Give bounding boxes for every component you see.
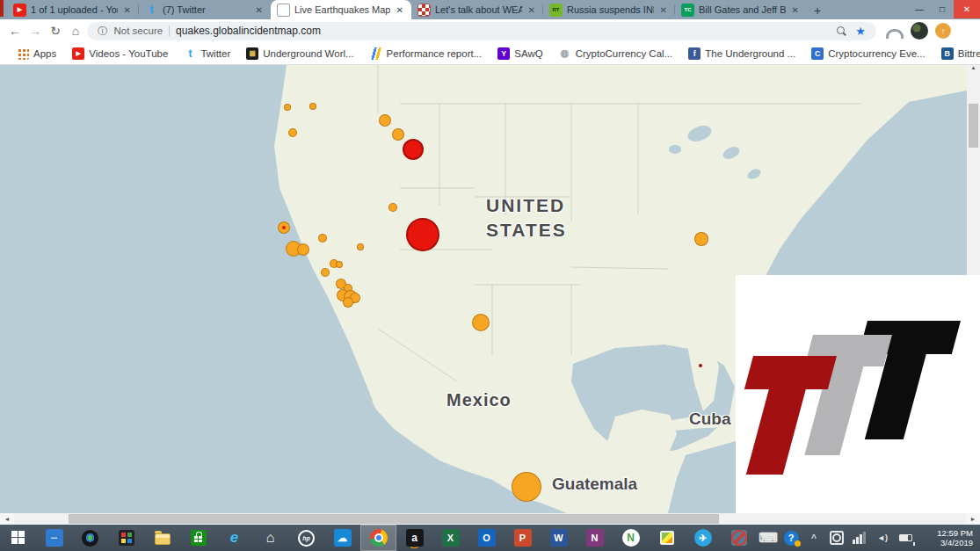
- earthquake-marker-orange[interactable]: [318, 234, 327, 243]
- tab-live-earthquakes-map[interactable]: Live Earthquakes Map✕: [271, 0, 411, 19]
- earthquake-marker-red[interactable]: [403, 139, 424, 160]
- taskbar-camera-app-icon[interactable]: [72, 525, 108, 551]
- tab-close-icon[interactable]: ✕: [658, 5, 669, 15]
- home-icon[interactable]: ⌂: [67, 22, 84, 40]
- earthquake-marker-orange[interactable]: [284, 104, 291, 111]
- taskbar-clock[interactable]: 12:59 PM 3/4/2019: [917, 528, 980, 547]
- earthquake-marker-orange[interactable]: [343, 297, 353, 308]
- tray-network-icon[interactable]: [848, 525, 871, 551]
- taskbar-onenote-icon[interactable]: N: [577, 525, 613, 551]
- tab-close-icon[interactable]: ✕: [526, 5, 537, 15]
- forward-icon[interactable]: →: [26, 22, 44, 40]
- bookmark-star-icon[interactable]: ★: [855, 25, 866, 38]
- taskbar-n-app-icon[interactable]: N: [613, 525, 649, 551]
- url-text[interactable]: quakes.globalincidentmap.com: [176, 25, 321, 37]
- earthquake-marker-orange[interactable]: [388, 203, 397, 212]
- bookmark-the-underground[interactable]: fThe Underground ...: [680, 47, 803, 60]
- tab-twitter[interactable]: t(7) Twitter✕: [139, 0, 271, 19]
- internet-explorer-glyph: e: [226, 529, 243, 547]
- tray-touch-keyboard-icon[interactable]: ⌨: [757, 525, 780, 551]
- scroll-left-icon[interactable]: ◄: [0, 513, 14, 525]
- earthquake-marker-orange[interactable]: [392, 128, 404, 141]
- bookmark-sawq[interactable]: YSAwQ: [490, 47, 550, 60]
- taskbar-blue-dots-app-icon[interactable]: ••••: [36, 525, 72, 551]
- taskbar-telegram-icon[interactable]: ✈: [685, 525, 721, 551]
- earthquake-marker-orange[interactable]: [288, 128, 297, 137]
- tab-bill-gates-bezos[interactable]: TCBill Gates and Jeff Bezos-back✕: [675, 0, 807, 19]
- tab-close-icon[interactable]: ✕: [254, 5, 265, 15]
- profile-avatar[interactable]: [911, 22, 928, 40]
- taskbar-blocked-app-icon[interactable]: [721, 525, 757, 551]
- earthquake-marker-red[interactable]: [406, 218, 439, 251]
- bookmark-videos-youtube[interactable]: ▶Videos - YouTube: [64, 47, 176, 60]
- new-tab-button[interactable]: +: [807, 2, 828, 19]
- earthquake-marker-orange[interactable]: [472, 314, 490, 331]
- scroll-up-icon[interactable]: ▲: [971, 65, 976, 70]
- taskbar-start-icon[interactable]: [0, 525, 36, 551]
- bookmark-cryptocurrency-calendar[interactable]: ◍CryptoCurrency Cal...: [551, 47, 681, 60]
- tab-strip-edge: [0, 0, 4, 17]
- close-button[interactable]: ✕: [954, 0, 980, 18]
- earthquake-marker-red[interactable]: [699, 364, 702, 367]
- photo-app-glyph: [660, 531, 674, 545]
- taskbar-onedrive-icon[interactable]: ☁: [324, 525, 360, 551]
- bookmark-label: Underground Worl...: [263, 48, 353, 59]
- taskbar-word-icon[interactable]: W: [541, 525, 577, 551]
- taskbar-hp-icon[interactable]: hp: [288, 525, 324, 551]
- scroll-right-icon[interactable]: ►: [966, 513, 980, 525]
- vertical-scroll-thumb[interactable]: [969, 104, 978, 148]
- extension-arc-icon[interactable]: [886, 29, 904, 39]
- taskbar-outlook-icon[interactable]: O: [468, 525, 505, 551]
- tray-battery-icon[interactable]: [894, 525, 917, 551]
- horizontal-scrollbar[interactable]: ◄ ►: [0, 513, 980, 525]
- tab-russia-inf-treaty[interactable]: RTRussia suspends INF Treaty w✕: [543, 0, 675, 19]
- taskbar-excel-icon[interactable]: X: [432, 525, 468, 551]
- earthquake-marker-orange[interactable]: [379, 114, 391, 127]
- taskbar-internet-explorer-icon[interactable]: e: [216, 525, 252, 551]
- earthquake-marker-orange[interactable]: [297, 243, 309, 256]
- tab-youtube-upload[interactable]: ▶1 of 1 uploaded - YouTube✕: [7, 0, 139, 19]
- tray-capture-app-icon[interactable]: [825, 525, 848, 551]
- bookmark-performance-report[interactable]: Performance report...: [362, 47, 490, 60]
- tab-close-icon[interactable]: ✕: [790, 5, 801, 15]
- bookmark-cryptocurrency-events[interactable]: CCryptocurrency Eve...: [803, 47, 933, 60]
- taskbar-file-explorer-icon[interactable]: [144, 525, 180, 551]
- chrome-glyph: [370, 529, 388, 547]
- bookmark-apps[interactable]: Apps: [9, 47, 64, 60]
- tab-close-icon[interactable]: ✕: [395, 5, 405, 15]
- earthquake-marker-orange[interactable]: [357, 243, 364, 250]
- capture-app-glyph: [830, 531, 844, 545]
- zoom-icon[interactable]: [837, 26, 846, 36]
- back-icon[interactable]: ←: [6, 22, 24, 40]
- taskbar-microsoft-store-icon[interactable]: [180, 525, 216, 551]
- earthquake-marker-orange[interactable]: [309, 103, 316, 110]
- bookmark-twitter[interactable]: tTwitter: [176, 47, 238, 60]
- earthquake-marker-orange[interactable]: [321, 268, 330, 277]
- earthquake-marker-orange[interactable]: [512, 472, 541, 502]
- horizontal-scroll-thumb[interactable]: [69, 514, 719, 524]
- tab-weather-video[interactable]: Let's talk about WEATHER CH✕: [411, 0, 543, 19]
- bookmark-underground-world[interactable]: ▦Underground Worl...: [238, 47, 361, 60]
- tray-help-icon[interactable]: ?: [780, 525, 802, 551]
- taskbar-powerpoint-icon[interactable]: P: [505, 525, 541, 551]
- site-info-icon[interactable]: ⓘ: [98, 25, 108, 38]
- earthquake-marker-orange[interactable]: [336, 261, 343, 268]
- taskbar-chrome-icon[interactable]: [360, 525, 396, 551]
- maximize-button[interactable]: □: [931, 0, 954, 18]
- bookmark-bittrex[interactable]: BBittrex.com - The N...: [933, 47, 980, 60]
- address-bar[interactable]: ⓘ Not secure quakes.globalincidentmap.co…: [87, 22, 876, 40]
- taskbar-photo-app-icon[interactable]: [649, 525, 685, 551]
- hidden-icons-glyph: ^: [805, 529, 823, 547]
- tray-volume-icon[interactable]: ◄): [871, 525, 894, 551]
- earthquake-marker-orange[interactable]: [694, 232, 708, 246]
- reload-icon[interactable]: ↻: [47, 22, 64, 40]
- taskbar-home-app-icon[interactable]: ⌂: [252, 525, 288, 551]
- tray-hidden-icons-icon[interactable]: ^: [802, 525, 825, 551]
- tab-close-icon[interactable]: ✕: [122, 5, 133, 15]
- extension-up-arrow-icon[interactable]: ↑: [935, 23, 951, 39]
- earthquake-marker-orange[interactable]: [278, 221, 290, 234]
- taskbar-puzzle-app-icon[interactable]: [108, 525, 144, 551]
- taskbar-amazon-icon[interactable]: a: [396, 525, 432, 551]
- vertical-scrollbar[interactable]: ▲: [967, 65, 980, 275]
- minimize-button[interactable]: —: [908, 0, 931, 18]
